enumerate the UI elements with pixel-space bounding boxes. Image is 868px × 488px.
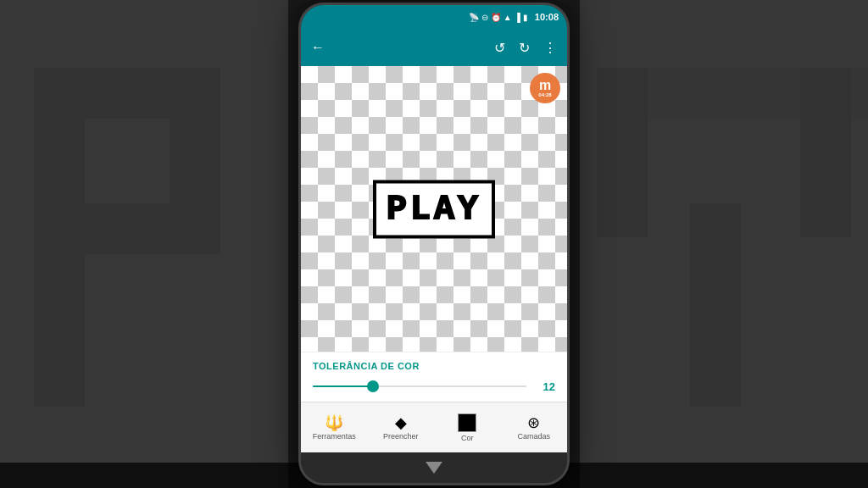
- alarm-icon: ⏰: [491, 13, 501, 22]
- preencher-icon: ◆: [395, 415, 407, 430]
- bottom-nav: 🔱 Ferramentas ◆ Preencher Cor ⊛ Camadas: [301, 402, 567, 452]
- mobizen-timestamp: 04:28: [538, 92, 551, 97]
- battery-icon: ▮: [523, 13, 528, 22]
- nav-camadas[interactable]: ⊛ Camadas: [501, 415, 568, 441]
- play-text-container: PLAY: [373, 180, 495, 238]
- status-icons: 📡 ⊖ ⏰ ▲ ▐ ▮: [469, 13, 528, 22]
- camadas-icon: ⊛: [527, 415, 540, 430]
- status-bar: 📡 ⊖ ⏰ ▲ ▐ ▮ 10:08: [301, 5, 567, 29]
- undo-button[interactable]: ↺: [494, 40, 505, 56]
- camadas-label: Camadas: [517, 432, 550, 441]
- cast-icon: 📡: [469, 13, 479, 22]
- tolerance-slider[interactable]: [313, 378, 526, 395]
- ferramentas-icon: 🔱: [325, 415, 343, 430]
- mobizen-badge: m 04:28: [530, 73, 560, 103]
- wifi-icon: ▲: [504, 13, 512, 22]
- svg-rect-9: [580, 0, 868, 488]
- more-button[interactable]: ⋮: [543, 40, 557, 56]
- toolbar: ← ↺ ↻ ⋮: [301, 29, 567, 66]
- checkerboard: PLAY: [301, 66, 567, 352]
- circle-minus-icon: ⊖: [481, 13, 488, 22]
- color-swatch: [458, 413, 476, 432]
- status-time: 10:08: [535, 12, 559, 22]
- preencher-label: Preencher: [383, 432, 419, 441]
- svg-rect-4: [0, 0, 288, 488]
- home-button[interactable]: [426, 462, 442, 474]
- tolerance-section: TOLERÂNCIA DE COR 12: [301, 352, 567, 402]
- tolerance-value: 12: [535, 380, 555, 393]
- slider-thumb[interactable]: [367, 380, 379, 392]
- slider-track: [313, 385, 526, 387]
- cor-label: Cor: [461, 434, 474, 442]
- phone-bottom-bar: [301, 452, 567, 483]
- play-text: PLAY: [387, 190, 481, 228]
- tolerance-row: 12: [313, 378, 555, 395]
- back-button[interactable]: ←: [311, 40, 325, 55]
- mobizen-icon: m: [539, 79, 551, 92]
- nav-cor[interactable]: Cor: [434, 413, 501, 442]
- redo-button[interactable]: ↻: [519, 40, 530, 56]
- phone-frame: 📡 ⊖ ⏰ ▲ ▐ ▮ 10:08 ← ↺ ↻ ⋮ PLAY m 04:28: [298, 3, 570, 485]
- nav-ferramentas[interactable]: 🔱 Ferramentas: [301, 415, 368, 441]
- signal-icon: ▐: [515, 13, 520, 22]
- tolerance-label: TOLERÂNCIA DE COR: [313, 361, 555, 371]
- ferramentas-label: Ferramentas: [313, 432, 356, 441]
- canvas-area: PLAY m 04:28: [301, 66, 567, 352]
- nav-preencher[interactable]: ◆ Preencher: [368, 415, 435, 441]
